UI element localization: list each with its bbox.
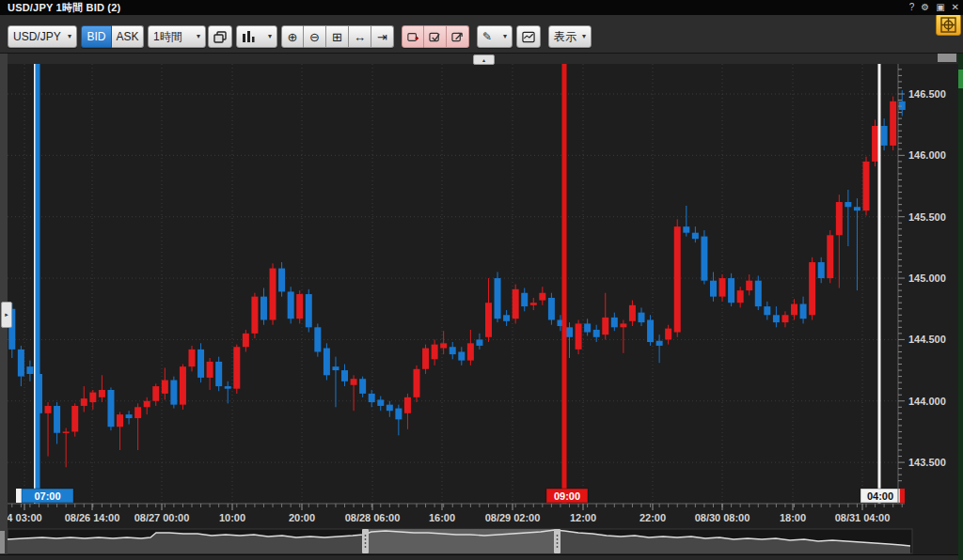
ask-button-label: ASK xyxy=(117,30,139,43)
candle-body xyxy=(620,323,626,327)
marker-accent xyxy=(900,489,905,503)
candle-body xyxy=(126,414,133,418)
chart-snapshot-button[interactable] xyxy=(516,25,541,48)
candle-body xyxy=(548,298,555,320)
candle xyxy=(890,97,896,151)
time-axis-label: 08/26 14:00 xyxy=(65,512,120,523)
chart-plus-icon xyxy=(407,31,418,43)
dock-edge-highlight xyxy=(958,70,963,88)
candle-body xyxy=(692,233,699,240)
dock-edge-strip xyxy=(958,15,963,560)
side-panel-expand-tab[interactable]: ▸ xyxy=(1,302,12,328)
candle-body xyxy=(422,349,429,369)
marker-line[interactable] xyxy=(562,64,567,504)
toolbar: USD/JPY ▾ BID ASK 1時間 ▾ ▾ xyxy=(0,15,963,54)
zoom-in-button[interactable]: ⊕ xyxy=(281,25,304,48)
select-chart-marker-button[interactable] xyxy=(424,25,447,48)
zoom-fit-button[interactable]: ⊞ xyxy=(326,25,349,48)
candle xyxy=(296,290,303,323)
candle-body xyxy=(341,370,348,381)
time-axis-label: 20:00 xyxy=(289,512,315,523)
candle-body xyxy=(737,290,744,303)
fit-width-icon: ↔ xyxy=(354,31,366,43)
marker-line[interactable] xyxy=(878,64,881,504)
help-icon[interactable]: ? xyxy=(909,0,915,15)
time-axis-label: 08/31 04:00 xyxy=(835,512,891,523)
navigator[interactable] xyxy=(8,529,912,553)
compare-charts-button[interactable] xyxy=(208,25,232,48)
candle-body xyxy=(476,339,482,346)
candle-body xyxy=(755,281,762,306)
candle-body xyxy=(467,343,474,360)
candle-body xyxy=(225,386,231,389)
display-menu-button[interactable]: 表示 ▾ xyxy=(548,25,592,48)
candle-body xyxy=(458,351,465,360)
candle xyxy=(827,230,833,283)
display-menu-label: 表示 xyxy=(554,29,576,45)
close-icon[interactable]: ✕ xyxy=(952,0,959,15)
ask-button[interactable]: ASK xyxy=(112,25,144,48)
navigator-left-handle[interactable] xyxy=(0,531,5,553)
crosshair-mode-button[interactable] xyxy=(936,13,961,36)
candle-body xyxy=(656,341,663,346)
navigator-handle[interactable] xyxy=(362,529,369,553)
chart-type-select[interactable]: ▾ xyxy=(236,25,277,48)
toolbar-collapse-tab[interactable]: ▴ xyxy=(473,54,495,65)
draw-tools-select[interactable]: ✎ ▾ xyxy=(477,25,513,48)
price-axis-label: 144.000 xyxy=(908,396,946,407)
candle-body xyxy=(306,294,312,327)
axis-top-handle[interactable] xyxy=(938,54,956,62)
price-axis-label: 146.500 xyxy=(908,88,946,100)
candle-body xyxy=(260,297,267,320)
candle-body xyxy=(270,269,276,320)
handle-grip-dot xyxy=(365,535,367,537)
pair-select[interactable]: USD/JPY ▾ xyxy=(8,25,77,48)
settings-gear-icon[interactable]: ⚙ xyxy=(921,0,929,15)
time-axis-label: 08/28 06:00 xyxy=(345,512,401,523)
pencil-icon: ✎ xyxy=(482,31,492,42)
candle-body xyxy=(18,350,24,377)
navigator-handle[interactable] xyxy=(554,529,560,553)
candle-body xyxy=(854,207,860,210)
move-chart-marker-button[interactable] xyxy=(447,25,469,48)
candle-body xyxy=(152,386,159,401)
go-to-latest-button[interactable]: ⇥ xyxy=(371,25,394,48)
candle-body xyxy=(450,347,456,354)
marker-line[interactable] xyxy=(36,64,40,504)
candle xyxy=(872,119,878,166)
navigator-handle-bar[interactable] xyxy=(362,529,369,553)
bid-button[interactable]: BID xyxy=(81,25,112,48)
restore-window-icon[interactable]: ▣ xyxy=(936,0,944,15)
candle-body xyxy=(369,394,375,402)
go-to-end-icon: ⇥ xyxy=(377,31,387,43)
candle-body xyxy=(81,398,87,406)
candle-body xyxy=(530,303,537,305)
navigator-handle-bar[interactable] xyxy=(554,529,560,553)
candle-body xyxy=(899,101,906,110)
candle-body xyxy=(674,226,681,332)
candle-body xyxy=(800,303,807,319)
add-chart-marker-button[interactable] xyxy=(402,25,424,48)
fit-width-button[interactable]: ↔ xyxy=(349,25,371,48)
candle xyxy=(306,289,312,333)
candle-body xyxy=(683,226,689,233)
candle-body xyxy=(45,406,52,413)
candle-body xyxy=(162,381,168,394)
candle-body xyxy=(54,406,60,433)
interval-select[interactable]: 1時間 ▾ xyxy=(148,25,206,48)
chart-image-icon xyxy=(522,31,535,43)
handle-grip-dot xyxy=(557,546,559,548)
candle-body xyxy=(764,306,770,315)
candle-body xyxy=(513,289,519,319)
zoom-out-button[interactable]: ⊖ xyxy=(304,25,326,48)
marker-time-label: 09:00 xyxy=(554,490,580,502)
candle-body xyxy=(863,162,870,210)
candle xyxy=(495,272,501,323)
candle xyxy=(314,323,321,356)
handle-grip-dot xyxy=(557,542,559,544)
candle-body xyxy=(566,327,573,336)
candle xyxy=(863,157,870,216)
chevron-down-icon: ▾ xyxy=(197,33,200,40)
candle-body xyxy=(593,330,600,337)
candle-body xyxy=(719,278,726,297)
